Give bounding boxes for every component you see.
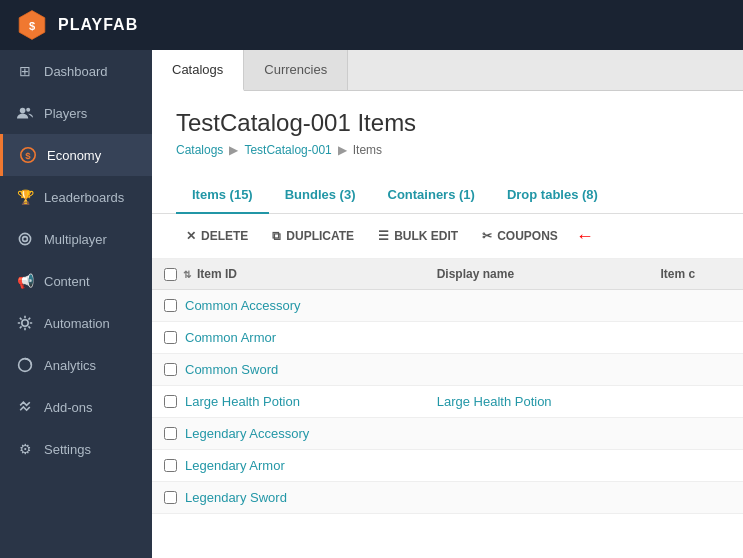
delete-button[interactable]: ✕ DELETE	[176, 224, 258, 248]
cell-item-class	[648, 290, 743, 322]
cell-display-name	[425, 450, 649, 482]
table-row: Large Health Potion Large Health Potion	[152, 386, 743, 418]
table-row: Legendary Sword	[152, 482, 743, 514]
sidebar-item-analytics[interactable]: Analytics	[0, 344, 152, 386]
coupons-button[interactable]: ✂ COUPONS	[472, 224, 568, 248]
cell-item-id: Common Armor	[152, 322, 425, 354]
multiplayer-icon	[16, 230, 34, 248]
sidebar-item-settings[interactable]: ⚙ Settings	[0, 428, 152, 470]
addons-icon	[16, 398, 34, 416]
sidebar-item-label: Automation	[44, 316, 110, 331]
table-row: Legendary Armor	[152, 450, 743, 482]
red-arrow-icon: ←	[576, 226, 594, 247]
cell-item-id: Legendary Sword	[152, 482, 425, 514]
leaderboards-icon: 🏆	[16, 188, 34, 206]
analytics-icon	[16, 356, 34, 374]
tab-currencies[interactable]: Currencies	[244, 50, 348, 90]
sidebar-item-label: Analytics	[44, 358, 96, 373]
sub-tab-containers[interactable]: Containers (1)	[372, 177, 491, 214]
cell-display-name	[425, 354, 649, 386]
table-row: Legendary Accessory	[152, 418, 743, 450]
sub-tab-items[interactable]: Items (15)	[176, 177, 269, 214]
cell-display-name	[425, 418, 649, 450]
row-checkbox[interactable]	[164, 427, 177, 440]
item-id-link[interactable]: Common Sword	[185, 362, 278, 377]
tab-catalogs[interactable]: Catalogs	[152, 50, 244, 91]
row-checkbox[interactable]	[164, 459, 177, 472]
duplicate-button[interactable]: ⧉ DUPLICATE	[262, 224, 364, 248]
row-checkbox[interactable]	[164, 299, 177, 312]
item-id-link[interactable]: Legendary Accessory	[185, 426, 309, 441]
cell-display-name	[425, 290, 649, 322]
cell-item-class	[648, 482, 743, 514]
sidebar-item-content[interactable]: 📢 Content	[0, 260, 152, 302]
item-id-link[interactable]: Common Armor	[185, 330, 276, 345]
sidebar-item-multiplayer[interactable]: Multiplayer	[0, 218, 152, 260]
sub-tabs: Items (15) Bundles (3) Containers (1) Dr…	[152, 177, 743, 214]
breadcrumb-catalog-name[interactable]: TestCatalog-001	[244, 143, 331, 157]
economy-icon: $	[19, 146, 37, 164]
cell-display-name	[425, 482, 649, 514]
bulk-edit-button[interactable]: ☰ BULK EDIT	[368, 224, 468, 248]
logo-icon: $	[16, 9, 48, 41]
app-title: PLAYFAB	[58, 16, 138, 34]
table-row: Common Sword	[152, 354, 743, 386]
item-id-link[interactable]: Legendary Sword	[185, 490, 287, 505]
content-icon: 📢	[16, 272, 34, 290]
bulk-edit-icon: ☰	[378, 229, 389, 243]
sidebar-item-label: Players	[44, 106, 87, 121]
players-icon	[16, 104, 34, 122]
sidebar-item-label: Economy	[47, 148, 101, 163]
items-table: ⇅ Item ID Display name Item c	[152, 259, 743, 514]
sidebar-item-automation[interactable]: Automation	[0, 302, 152, 344]
row-checkbox[interactable]	[164, 491, 177, 504]
table-row: Common Armor	[152, 322, 743, 354]
item-id-link[interactable]: Large Health Potion	[185, 394, 300, 409]
main-content: Catalogs Currencies TestCatalog-001 Item…	[152, 50, 743, 558]
sub-tab-drop-tables[interactable]: Drop tables (8)	[491, 177, 614, 214]
sidebar-item-dashboard[interactable]: ⊞ Dashboard	[0, 50, 152, 92]
duplicate-icon: ⧉	[272, 229, 281, 243]
svg-text:$: $	[25, 150, 31, 161]
coupons-icon: ✂	[482, 229, 492, 243]
sidebar-item-leaderboards[interactable]: 🏆 Leaderboards	[0, 176, 152, 218]
sub-tab-bundles[interactable]: Bundles (3)	[269, 177, 372, 214]
cell-display-name	[425, 322, 649, 354]
sidebar-item-label: Settings	[44, 442, 91, 457]
svg-point-7	[23, 237, 28, 242]
cell-item-id: Large Health Potion	[152, 386, 425, 418]
automation-icon	[16, 314, 34, 332]
select-all-checkbox[interactable]	[164, 268, 177, 281]
logo-area: $ PLAYFAB	[16, 9, 138, 41]
row-checkbox[interactable]	[164, 395, 177, 408]
sidebar-item-label: Dashboard	[44, 64, 108, 79]
cell-item-id: Legendary Accessory	[152, 418, 425, 450]
cell-item-class	[648, 450, 743, 482]
breadcrumb-sep1: ▶	[229, 143, 238, 157]
cell-item-class	[648, 386, 743, 418]
sidebar-item-players[interactable]: Players	[0, 92, 152, 134]
display-name-link[interactable]: Large Health Potion	[437, 394, 552, 409]
page-title: TestCatalog-001 Items	[176, 109, 719, 137]
arrow-indicator: ←	[576, 226, 594, 247]
row-checkbox[interactable]	[164, 363, 177, 376]
item-id-link[interactable]: Common Accessory	[185, 298, 301, 313]
row-checkbox[interactable]	[164, 331, 177, 344]
sort-icon[interactable]: ⇅	[183, 269, 191, 280]
cell-item-id: Legendary Armor	[152, 450, 425, 482]
sidebar-item-economy[interactable]: $ Economy	[0, 134, 152, 176]
cell-item-class	[648, 418, 743, 450]
settings-icon: ⚙	[16, 440, 34, 458]
svg-point-8	[22, 320, 28, 326]
svg-text:$: $	[29, 20, 36, 32]
col-header-item-class: Item c	[648, 259, 743, 290]
item-id-link[interactable]: Legendary Armor	[185, 458, 285, 473]
breadcrumb-catalogs[interactable]: Catalogs	[176, 143, 223, 157]
sidebar-item-addons[interactable]: Add-ons	[0, 386, 152, 428]
cell-display-name: Large Health Potion	[425, 386, 649, 418]
main-tabs: Catalogs Currencies	[152, 50, 743, 91]
cell-item-class	[648, 322, 743, 354]
breadcrumb: Catalogs ▶ TestCatalog-001 ▶ Items	[176, 143, 719, 157]
sidebar-item-label: Content	[44, 274, 90, 289]
breadcrumb-sep2: ▶	[338, 143, 347, 157]
